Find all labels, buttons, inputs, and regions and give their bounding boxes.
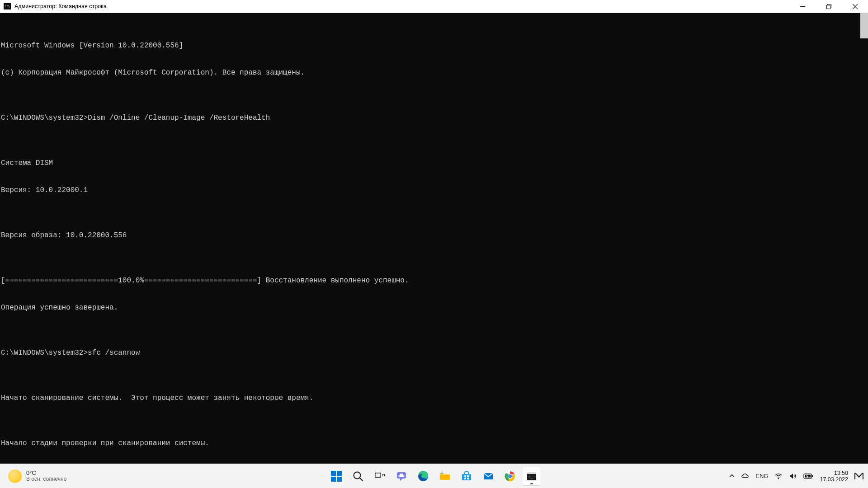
close-button[interactable] — [842, 0, 868, 13]
taskbar-apps: >_ — [327, 467, 541, 485]
terminal-line: Microsoft Windows [Version 10.0.22000.55… — [1, 41, 867, 50]
task-view-button[interactable] — [371, 467, 389, 485]
terminal-line: Начато сканирование системы. Этот процес… — [1, 394, 867, 403]
microsoft-store-button[interactable] — [458, 467, 476, 485]
svg-rect-31 — [527, 472, 536, 474]
volume-button[interactable] — [789, 472, 797, 480]
clock[interactable]: 13:50 17.03.2022 — [820, 469, 848, 483]
maximize-button[interactable] — [816, 0, 842, 13]
svg-point-33 — [778, 478, 779, 479]
minimize-icon — [800, 4, 805, 9]
time-text: 13:50 — [834, 469, 848, 476]
svg-rect-11 — [376, 473, 381, 477]
svg-rect-20 — [441, 473, 443, 474]
battery-button[interactable] — [803, 473, 813, 479]
titlebar: C:\ Администратор: Командная строка — [0, 0, 868, 13]
terminal-line: (c) Корпорация Майкрософт (Microsoft Cor… — [1, 68, 867, 77]
date-text: 17.03.2022 — [820, 476, 848, 483]
edge-icon — [417, 470, 429, 482]
task-view-icon — [374, 470, 386, 482]
app-icon: C:\ — [4, 3, 11, 9]
chat-button[interactable] — [392, 467, 410, 485]
terminal-line: [==========================100.0%=======… — [1, 276, 867, 285]
terminal-line: C:\WINDOWS\system32>sfc /scannow — [1, 348, 867, 357]
close-icon — [853, 4, 858, 9]
search-icon — [352, 470, 364, 482]
svg-rect-7 — [337, 477, 342, 482]
svg-text:>_: >_ — [528, 475, 533, 479]
svg-rect-1 — [826, 5, 830, 9]
cloud-icon — [741, 472, 749, 480]
chevron-up-icon — [729, 474, 735, 479]
command-prompt-icon: >_ — [526, 470, 538, 482]
terminal-area[interactable]: Microsoft Windows [Version 10.0.22000.55… — [0, 13, 868, 464]
svg-rect-21 — [462, 474, 471, 480]
maximize-icon — [826, 4, 831, 9]
weather-sun-icon — [8, 469, 22, 483]
window-title: Администратор: Командная строка — [14, 3, 107, 9]
svg-rect-35 — [812, 475, 813, 477]
speaker-icon — [789, 472, 797, 480]
store-icon — [461, 470, 472, 482]
terminal-line: C:\WINDOWS\system32>Dism /Online /Cleanu… — [1, 113, 867, 122]
weather-temp: 0°C — [26, 470, 66, 476]
chrome-button[interactable] — [501, 467, 519, 485]
svg-point-29 — [508, 474, 512, 478]
svg-rect-16 — [399, 475, 400, 477]
svg-rect-24 — [464, 478, 466, 479]
file-explorer-button[interactable] — [436, 467, 454, 485]
wifi-button[interactable] — [774, 472, 783, 480]
svg-rect-6 — [331, 477, 336, 482]
svg-rect-17 — [403, 475, 404, 477]
svg-line-9 — [360, 478, 363, 481]
system-tray: ENG 13:50 17 — [729, 469, 863, 483]
scrollbar-thumb[interactable] — [860, 13, 868, 38]
language-indicator[interactable]: ENG — [755, 473, 768, 479]
brand-icon — [854, 473, 863, 480]
weather-desc: В осн. солнечно — [26, 476, 66, 482]
svg-point-8 — [354, 472, 361, 479]
terminal-line: Операция успешно завершена. — [1, 303, 867, 312]
minimize-button[interactable] — [789, 0, 816, 13]
svg-rect-19 — [440, 475, 450, 480]
weather-widget[interactable]: 0°C В осн. солнечно — [8, 469, 66, 483]
brand-indicator[interactable] — [854, 473, 863, 480]
start-button[interactable] — [327, 467, 345, 485]
terminal-line: Начало стадии проверки при сканировании … — [1, 439, 867, 448]
svg-rect-23 — [467, 475, 469, 477]
taskbar: 0°C В осн. солнечно — [0, 464, 868, 488]
terminal-line: Версия: 10.0.22000.1 — [1, 186, 867, 195]
chat-icon — [396, 470, 407, 482]
svg-rect-5 — [337, 471, 342, 476]
svg-point-15 — [400, 474, 403, 477]
onedrive-button[interactable] — [741, 472, 749, 480]
chrome-icon — [504, 470, 516, 482]
tray-overflow-button[interactable] — [729, 474, 735, 479]
wifi-icon — [774, 472, 783, 480]
command-prompt-button[interactable]: >_ — [523, 467, 541, 485]
folder-icon — [439, 470, 451, 482]
mail-button[interactable] — [479, 467, 497, 485]
terminal-line: Версия образа: 10.0.22000.556 — [1, 231, 867, 240]
edge-button[interactable] — [414, 467, 432, 485]
svg-rect-13 — [382, 474, 384, 476]
windows-start-icon — [330, 470, 342, 482]
svg-rect-22 — [464, 475, 466, 477]
terminal-line: Cистема DISM — [1, 159, 867, 168]
svg-rect-25 — [467, 478, 469, 479]
battery-icon — [803, 473, 813, 479]
search-button[interactable] — [349, 467, 367, 485]
mail-icon — [482, 470, 494, 482]
svg-rect-4 — [331, 471, 336, 476]
